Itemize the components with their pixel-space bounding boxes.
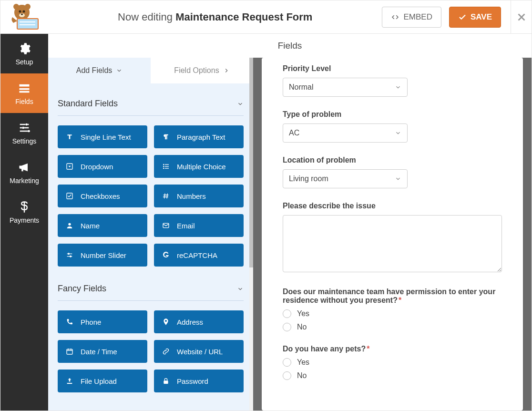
list-icon [162,162,170,171]
svg-point-17 [163,164,164,165]
code-icon [391,13,399,21]
app-logo[interactable] [0,0,48,34]
svg-rect-18 [165,164,169,164]
sliders-icon [18,121,31,134]
field-permission[interactable]: Does our maintenance team have permissio… [283,288,502,331]
chevron-right-icon [223,67,230,74]
svg-point-24 [68,223,71,226]
field-numbers[interactable]: Numbers [154,185,244,207]
close-icon [516,12,527,22]
form-icon [18,82,31,95]
tab-add-fields[interactable]: Add Fields [48,58,151,83]
svg-rect-29 [164,380,168,384]
nav-payments[interactable]: Payments [0,192,48,232]
priority-select[interactable]: Normal [283,78,408,97]
chevron-down-icon [116,67,123,74]
chevron-down-icon [395,175,401,182]
embed-button[interactable]: EMBED [382,7,441,28]
svg-point-3 [19,10,21,12]
nav-fields[interactable]: Fields [0,73,48,113]
svg-point-15 [28,130,30,132]
google-icon [162,251,170,259]
nav-setup[interactable]: Setup [0,34,48,73]
svg-point-6 [21,13,23,15]
link-icon [162,347,170,356]
page-title: Now editing Maintenance Request Form [48,11,382,23]
svg-point-4 [23,10,25,12]
field-phone[interactable]: Phone [58,310,147,333]
dollar-icon [18,200,31,214]
check-icon [458,13,467,21]
section-standard-fields[interactable]: Standard Fields [58,92,244,116]
slider-icon [65,251,74,259]
field-type-of-problem[interactable]: Type of problem AC [283,110,502,143]
lock-icon [162,377,170,385]
map-pin-icon [162,318,170,326]
svg-point-14 [22,126,24,129]
svg-point-21 [163,168,164,169]
field-website-url[interactable]: Website / URL [154,340,244,363]
pets-yes[interactable]: Yes [283,358,502,367]
bullhorn-icon [18,161,31,174]
permission-yes[interactable]: Yes [283,309,502,318]
chevron-down-icon [237,101,244,107]
svg-rect-10 [20,84,30,86]
left-nav: Setup Fields Settings Marketing Payments [0,34,48,411]
caret-square-icon [65,162,74,171]
calendar-icon [65,347,74,356]
field-location-of-problem[interactable]: Location of problem Living room [283,156,502,188]
field-number-slider[interactable]: Number Slider [58,244,147,267]
location-select[interactable]: Living room [283,169,408,188]
user-icon [65,221,74,230]
subnav-title: Fields [48,34,532,58]
describe-textarea[interactable] [283,215,502,272]
field-priority-level[interactable]: Priority Level Normal [283,64,502,97]
permission-no[interactable]: No [283,323,502,331]
pets-no[interactable]: No [283,371,502,380]
upload-icon [65,377,74,385]
field-recaptcha[interactable]: reCAPTCHA [154,244,244,267]
checkbox-icon [65,192,74,200]
field-file-upload[interactable]: File Upload [58,370,147,392]
field-paragraph-text[interactable]: Paragraph Text [154,125,244,148]
svg-rect-7 [17,19,38,29]
text-icon [65,133,74,141]
chevron-down-icon [395,130,401,136]
svg-point-13 [25,123,28,125]
hash-icon [162,192,170,200]
close-button[interactable] [511,0,532,34]
field-password[interactable]: Password [154,370,244,392]
nav-marketing[interactable]: Marketing [0,153,48,192]
svg-point-2 [25,4,31,10]
svg-point-27 [70,256,72,257]
tab-field-options[interactable]: Field Options [151,58,253,83]
gear-icon [18,42,31,55]
svg-point-19 [163,166,164,167]
field-email[interactable]: Email [154,214,244,237]
email-icon [162,221,170,230]
field-date-time[interactable]: Date / Time [58,340,147,363]
chevron-down-icon [395,84,401,91]
save-button[interactable]: SAVE [449,7,501,28]
field-pets[interactable]: Do you have any pets?* Yes No [283,345,502,380]
svg-rect-12 [20,91,30,92]
fields-panel: Add Fields Field Options Standard Fields [48,58,253,411]
form-preview: Priority Level Normal Type of problem AC [262,58,523,411]
chevron-down-icon [237,286,244,292]
field-multiple-choice[interactable]: Multiple Choice [154,155,244,178]
svg-point-1 [13,4,19,10]
field-describe-issue[interactable]: Please describe the issue [283,202,502,274]
field-checkboxes[interactable]: Checkboxes [58,185,147,207]
field-address[interactable]: Address [154,310,244,333]
svg-rect-22 [165,168,169,168]
section-fancy-fields[interactable]: Fancy Fields [58,277,244,301]
field-name[interactable]: Name [58,214,147,237]
svg-rect-11 [20,88,30,90]
nav-settings[interactable]: Settings [0,113,48,153]
svg-rect-20 [165,166,169,166]
field-single-line-text[interactable]: Single Line Text [58,125,147,148]
phone-icon [65,318,74,326]
svg-rect-28 [67,349,72,354]
field-dropdown[interactable]: Dropdown [58,155,147,178]
type-select[interactable]: AC [283,123,408,143]
